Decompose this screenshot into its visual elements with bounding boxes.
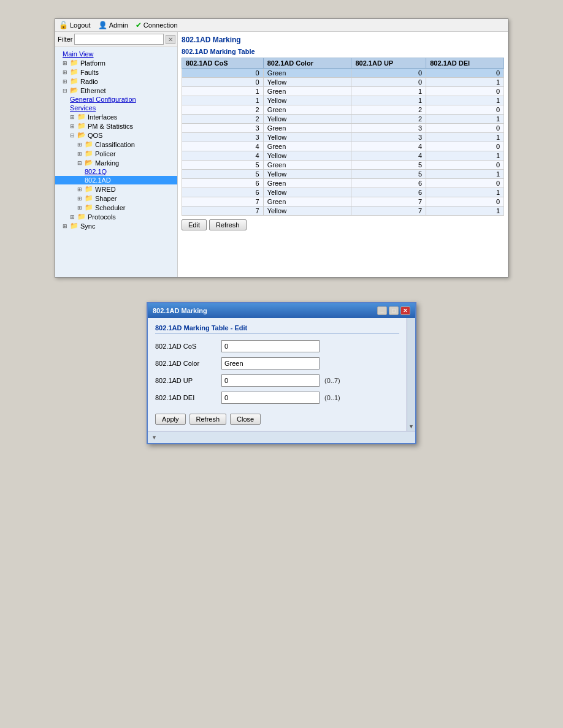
cell-color: Yellow [263, 151, 351, 161]
sidebar-item-services[interactable]: Services [55, 104, 177, 112]
scroll-down-arrow[interactable]: ▼ [407, 422, 415, 431]
folder-icon: 📁 [85, 150, 93, 157]
expand-icon: ⊞ [70, 214, 75, 220]
logout-button[interactable]: 🔓 Logout [59, 21, 91, 29]
table-row[interactable]: 0Yellow01 [182, 78, 504, 87]
sidebar-item-scheduler[interactable]: ⊞ 📁 Scheduler [55, 203, 177, 212]
sidebar-item-pm-statistics[interactable]: ⊞ 📁 PM & Statistics [55, 121, 177, 131]
sidebar-item-sync[interactable]: ⊞ 📁 Sync [55, 221, 177, 230]
folder-icon: 📁 [70, 59, 79, 67]
sidebar-item-ethernet[interactable]: ⊟ 📂 Ethernet [55, 86, 177, 95]
col-color: 802.1AD Color [263, 58, 351, 69]
maximize-button[interactable]: □ [389, 306, 399, 315]
ethernet-label: Ethernet [80, 87, 106, 94]
cos-label: 802.1AD CoS [155, 343, 216, 350]
cell-cos: 3 [182, 124, 264, 133]
admin-button[interactable]: 👤 Admin [98, 21, 128, 29]
cell-cos: 5 [182, 161, 264, 170]
table-row[interactable]: 5Yellow51 [182, 170, 504, 179]
table-row[interactable]: 0Green00 [182, 69, 504, 78]
filter-input[interactable] [74, 34, 164, 45]
cell-color: Yellow [263, 115, 351, 124]
sidebar-item-policer[interactable]: ⊞ 📁 Policer [55, 149, 177, 158]
table-row[interactable]: 6Yellow61 [182, 188, 504, 197]
table-row[interactable]: 1Green10 [182, 87, 504, 96]
pm-statistics-label: PM & Statistics [88, 123, 133, 130]
color-input[interactable] [221, 357, 320, 370]
expand-icon: ⊟ [77, 160, 82, 166]
sidebar-item-interfaces[interactable]: ⊞ 📁 Interfaces [55, 112, 177, 121]
sidebar-item-classification[interactable]: ⊞ 📁 Classification [55, 140, 177, 149]
dialog-buttons: Apply Refresh Close [155, 410, 399, 425]
table-title: 802.1AD Marking Table [182, 48, 504, 55]
sidebar: Filter ✕ Main View ⊞ 📁 Platform [55, 32, 178, 277]
cell-cos: 2 [182, 105, 264, 115]
main-view-label: Main View [63, 50, 94, 58]
folder-icon: 📁 [70, 222, 79, 230]
table-row[interactable]: 5Green50 [182, 161, 504, 170]
sidebar-item-qos[interactable]: ⊟ 📂 QOS [55, 131, 177, 140]
shaper-label: Shaper [95, 195, 117, 202]
dei-input[interactable] [221, 392, 320, 404]
sidebar-item-platform[interactable]: ⊞ 📁 Platform [55, 58, 177, 67]
cell-dei: 1 [426, 133, 504, 142]
sidebar-item-general-config[interactable]: General Configuration [55, 95, 177, 104]
table-row[interactable]: 3Green30 [182, 124, 504, 133]
table-row[interactable]: 3Yellow31 [182, 133, 504, 142]
table-row[interactable]: 2Yellow21 [182, 115, 504, 124]
col-up: 802.1AD UP [351, 58, 426, 69]
refresh-button[interactable]: Refresh [209, 219, 247, 230]
main-content: Filter ✕ Main View ⊞ 📁 Platform [55, 32, 508, 277]
table-row[interactable]: 4Yellow41 [182, 151, 504, 161]
dialog-window: 802.1AD Marking _ □ ✕ 802.1AD Marking Ta… [147, 302, 416, 444]
table-row[interactable]: 4Green40 [182, 142, 504, 151]
close-title-button[interactable]: ✕ [400, 306, 410, 315]
sidebar-item-802-1ad[interactable]: 802.1AD [55, 176, 177, 184]
close-icon: ✕ [403, 308, 408, 314]
minimize-button[interactable]: _ [377, 306, 387, 315]
connection-button[interactable]: ✔ Connection [136, 21, 178, 29]
dialog-refresh-button[interactable]: Refresh [190, 414, 227, 425]
expand-icon: ⊞ [77, 205, 82, 211]
apply-button[interactable]: Apply [155, 414, 186, 425]
table-row[interactable]: 1Yellow11 [182, 96, 504, 105]
expand-icon: ⊞ [77, 151, 82, 157]
table-row[interactable]: 2Green20 [182, 105, 504, 115]
cell-up: 4 [351, 142, 426, 151]
sidebar-item-protocols[interactable]: ⊞ 📁 Protocols [55, 212, 177, 221]
faults-label: Faults [80, 69, 99, 76]
dei-label: 802.1AD DEI [155, 394, 216, 401]
sidebar-item-wred[interactable]: ⊞ 📁 WRED [55, 184, 177, 194]
cos-input[interactable] [221, 340, 320, 352]
sidebar-item-radio[interactable]: ⊞ 📁 Radio [55, 77, 177, 86]
expand-icon: ⊞ [70, 114, 75, 120]
cell-cos: 2 [182, 115, 264, 124]
sidebar-item-shaper[interactable]: ⊞ 📁 Shaper [55, 194, 177, 203]
sidebar-item-faults[interactable]: ⊞ 📁 Faults [55, 67, 177, 77]
table-row[interactable]: 6Green60 [182, 179, 504, 188]
cell-cos: 6 [182, 179, 264, 188]
filter-clear-button[interactable]: ✕ [166, 35, 175, 44]
sidebar-filter-bar: Filter ✕ [55, 32, 177, 47]
expand-icon: ⊞ [63, 69, 67, 75]
cell-dei: 1 [426, 207, 504, 216]
cell-dei: 1 [426, 78, 504, 87]
sidebar-item-802-1q[interactable]: 802.1Q [55, 167, 177, 176]
sidebar-item-main-view[interactable]: Main View [55, 50, 177, 58]
dei-field: 802.1AD DEI (0..1) [155, 392, 399, 404]
cell-up: 6 [351, 179, 426, 188]
folder-icon: 📂 [77, 131, 86, 139]
cell-dei: 0 [426, 105, 504, 115]
edit-button[interactable]: Edit [182, 219, 207, 230]
sidebar-item-marking[interactable]: ⊟ 📂 Marking [55, 158, 177, 167]
sync-label: Sync [80, 222, 95, 230]
expand-icon: ⊞ [70, 123, 75, 129]
table-row[interactable]: 7Green70 [182, 197, 504, 207]
dialog-scrollbar[interactable]: ▼ [407, 318, 415, 431]
up-input[interactable] [221, 374, 320, 387]
table-row[interactable]: 7Yellow71 [182, 207, 504, 216]
cell-up: 6 [351, 188, 426, 197]
dialog-close-button[interactable]: Close [230, 414, 261, 425]
dialog-body: 802.1AD Marking Table - Edit 802.1AD CoS… [148, 318, 407, 431]
cell-cos: 4 [182, 151, 264, 161]
